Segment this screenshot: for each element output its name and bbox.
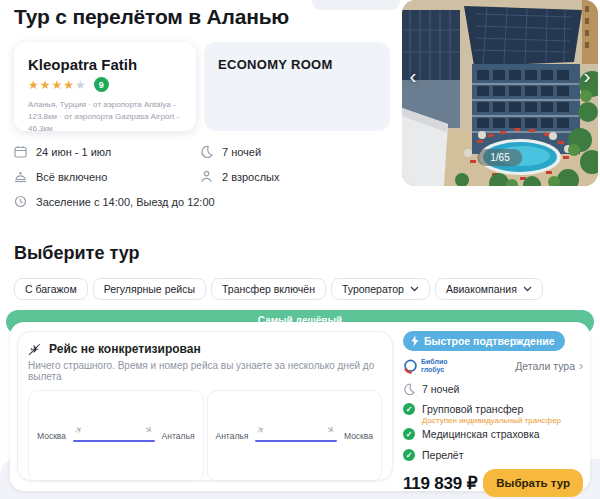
guests-label: 2 взрослых (222, 171, 280, 183)
segment-from: Москва (37, 431, 66, 441)
segment-to: Москва (344, 431, 373, 441)
nights-label: 7 ночей (222, 146, 261, 158)
chip-label: С багажом (25, 283, 77, 295)
filter-chips: С багажом Регулярные рейсы Трансфер вклю… (14, 278, 543, 300)
dates-label: 24 июн - 1 июл (36, 146, 111, 158)
star-icon (40, 79, 51, 91)
flight-segment-outbound: Москва ✈ ✈ Анталья (28, 390, 204, 482)
fast-confirmation-label: Быстрое подтверждение (424, 335, 555, 347)
rating-badge: 9 (94, 77, 109, 92)
plane-takeoff-icon: ✈ (255, 424, 267, 437)
page-title: Тур с перелётом в Аланью (14, 5, 289, 29)
segment-route: ✈ ✈ (73, 425, 155, 447)
chip-label: Авиакомпания (446, 283, 517, 295)
tour-nights-label: 7 ночей (422, 383, 459, 395)
hotel-card[interactable]: Kleopatra Fatih 9 Аланья, Турция · от аэ… (14, 42, 196, 131)
flight-segment-return: Анталья ✈ ✈ Москва (207, 390, 383, 482)
tour-details-link[interactable]: Детали тура › (515, 359, 583, 373)
chevron-down-icon (410, 286, 419, 292)
checkin-label: Заселение с 14:00, Выезд до 12:00 (36, 196, 215, 208)
chevron-right-icon: › (579, 359, 583, 373)
nights-row: 7 ночей (200, 145, 261, 158)
moon-icon (200, 145, 213, 158)
chevron-down-icon (523, 286, 532, 292)
tour-card: ✈ Рейс не конкретизирован Ничего страшно… (10, 322, 590, 491)
segment-route: ✈ ✈ (255, 425, 337, 447)
filter-chip-airline[interactable]: Авиакомпания (435, 278, 543, 300)
operator-name: Библио глобус (421, 358, 448, 374)
carousel-prev-icon[interactable]: ‹ (405, 64, 421, 90)
guests-row: 2 взрослых (200, 170, 280, 183)
plane-landing-icon: ✈ (143, 424, 155, 437)
hotel-photo-carousel[interactable]: ‹ › 1/65 (402, 0, 598, 186)
tour-operator-logo: Библио глобус (403, 358, 448, 374)
cut-off-top-button[interactable] (312, 0, 400, 10)
tour-details-label: Детали тура (515, 360, 575, 372)
filter-chip-baggage[interactable]: С багажом (14, 278, 88, 300)
star-icon (28, 79, 39, 91)
hotel-name: Kleopatra Fatih (28, 56, 182, 73)
calendar-icon (14, 145, 27, 158)
chip-label: Регулярные рейсы (104, 283, 195, 295)
star-icon (63, 79, 74, 91)
section-title: Выберите тур (14, 243, 139, 264)
feature-label: Перелёт (422, 449, 464, 461)
filter-chip-tour-operator[interactable]: Туроператор (331, 278, 430, 300)
feature-insurance: Медицинская страховка (403, 428, 583, 440)
carousel-next-icon[interactable]: › (579, 64, 595, 90)
person-icon (200, 170, 213, 183)
feature-transfer: Групповой трансфер (403, 403, 583, 415)
flight-info-box: ✈ Рейс не конкретизирован Ничего страшно… (17, 331, 393, 481)
meal-label: Всё включено (36, 171, 107, 183)
route-line (73, 440, 155, 442)
check-icon (403, 403, 415, 415)
tour-page: Тур с перелётом в Аланью (0, 0, 600, 499)
check-icon (403, 449, 415, 461)
route-line (255, 440, 337, 442)
tour-summary-column: Быстрое подтверждение Библио глобус Дета… (403, 331, 583, 497)
segment-to: Анталья (162, 431, 195, 441)
feature-flight: Перелёт (403, 449, 583, 461)
room-type-label: ECONOMY ROOM (218, 57, 376, 72)
photo-counter: 1/65 (477, 149, 522, 166)
hotel-stars: 9 (28, 77, 182, 92)
chip-label: Трансфер включён (222, 283, 315, 295)
meal-row: Всё включено (14, 170, 107, 183)
check-icon (403, 428, 415, 440)
globe-icon (403, 359, 418, 374)
tour-nights-row: 7 ночей (403, 383, 583, 395)
segment-from: Анталья (216, 431, 249, 441)
filter-chip-regular-flights[interactable]: Регулярные рейсы (93, 278, 206, 300)
plane-landing-icon: ✈ (325, 424, 337, 437)
moon-icon (403, 383, 415, 395)
star-icon (52, 79, 63, 91)
flight-segments: Москва ✈ ✈ Анталья Анталья ✈ ✈ Мос (28, 390, 382, 482)
clock-icon (14, 195, 27, 208)
filter-chip-transfer[interactable]: Трансфер включён (211, 278, 326, 300)
chip-label: Туроператор (342, 283, 404, 295)
dates-row: 24 июн - 1 июл (14, 145, 111, 158)
flight-notice-title: Рейс не конкретизирован (49, 342, 201, 356)
checkin-row: Заселение с 14:00, Выезд до 12:00 (14, 195, 215, 208)
plane-strike-icon: ✈ (28, 343, 41, 356)
room-card: ECONOMY ROOM (204, 42, 390, 131)
select-tour-button[interactable]: Выбрать тур (483, 469, 583, 497)
lightning-icon (410, 335, 419, 347)
flight-notice-subtitle: Ничего страшного. Время и номер рейса вы… (28, 360, 382, 382)
feature-label: Групповой трансфер (422, 403, 523, 415)
star-icon (75, 79, 86, 91)
tour-price: 119 839 ₽ (403, 473, 477, 494)
plane-takeoff-icon: ✈ (73, 424, 85, 437)
feature-transfer-note: Доступен индивидуальный трансфер (422, 416, 583, 425)
hotel-location: Аланья, Турция · от аэропорта Antalya - … (28, 99, 182, 135)
feature-label: Медицинская страховка (422, 428, 540, 440)
fast-confirmation-badge: Быстрое подтверждение (403, 331, 565, 351)
meal-icon (14, 170, 27, 183)
operator-name-line1: Библио (421, 358, 448, 365)
operator-name-line2: глобус (421, 366, 444, 373)
